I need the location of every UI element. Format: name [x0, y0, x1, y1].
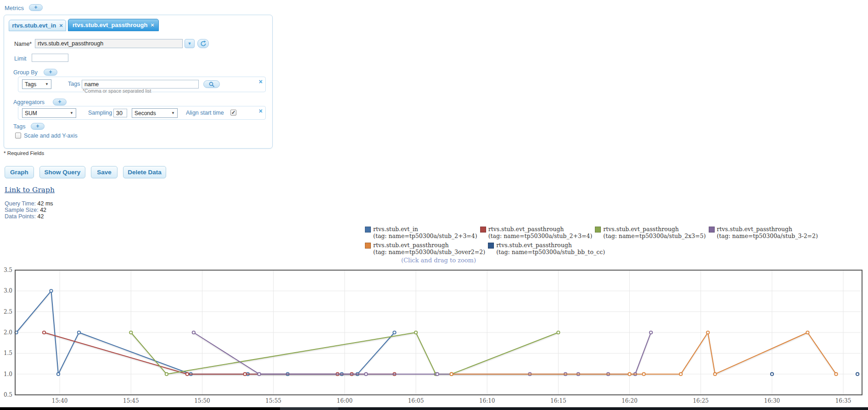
chevron-down-icon: ▼ [171, 111, 175, 115]
legend-label: rtvs.stub.evt_passthrough(tag: name=tp50… [488, 226, 593, 239]
x-axis-tick-label: 16:20 [622, 398, 638, 404]
x-axis-tick-label: 15:50 [194, 398, 210, 404]
x-axis-tick-label: 15:40 [52, 398, 68, 404]
chart-legend: rtvs.stub.evt_in(tag: name=tp50300a/stub… [365, 226, 868, 255]
tab-evt-passthrough[interactable]: rtvs.stub.evt_passthrough × [68, 19, 159, 31]
required-fields-note: * Required Fields [4, 150, 44, 156]
chevron-down-icon: ▼ [45, 82, 49, 86]
legend-entry: rtvs.stub.evt_passthrough(tag: name=tp50… [488, 242, 605, 255]
limit-input[interactable] [32, 54, 68, 62]
add-group-by-button[interactable]: + [44, 69, 57, 76]
x-axis-tick-label: 16:05 [408, 398, 424, 404]
sampling-value-input[interactable] [113, 109, 127, 117]
align-start-time-label: Align start time [186, 110, 224, 116]
scale-y-axis-label: Scale and add Y-axis [24, 133, 78, 139]
data-point [192, 331, 195, 334]
close-icon[interactable]: × [151, 23, 154, 28]
graph-button[interactable]: Graph [5, 166, 34, 178]
data-point [450, 373, 453, 376]
group-by-type-select[interactable]: Tags ▼ [22, 79, 51, 89]
legend-label: rtvs.stub.evt_passthrough(tag: name=tp50… [717, 226, 818, 239]
x-axis-tick-label: 16:25 [693, 398, 709, 404]
refresh-button[interactable] [197, 39, 209, 48]
tab-evt-in[interactable]: rtvs.stub.evt_in × [9, 20, 66, 31]
data-point [129, 331, 132, 334]
add-aggregator-button[interactable]: + [53, 99, 67, 105]
timeseries-chart[interactable]: 0.51.01.52.02.53.03.515:4015:4515:5015:5… [0, 266, 868, 410]
plus-icon: + [34, 4, 37, 11]
aggregator-select[interactable]: SUM ▼ [22, 108, 76, 118]
data-point [57, 373, 60, 376]
x-axis-tick-label: 15:55 [265, 398, 281, 404]
legend-entry: rtvs.stub.evt_passthrough(tag: name=tp50… [480, 226, 593, 239]
stat-value: 42 [40, 207, 46, 213]
x-axis-tick-label: 16:35 [835, 398, 851, 404]
data-point [628, 373, 631, 376]
x-axis-tick-label: 15:45 [123, 398, 139, 404]
x-axis-tick-label: 16:15 [550, 398, 566, 404]
group-by-tags-input[interactable] [82, 80, 199, 89]
select-value: SUM [25, 110, 37, 116]
scale-y-axis-checkbox[interactable] [15, 133, 21, 139]
tags-section-label: Tags [13, 123, 25, 130]
select-value: Seconds [134, 110, 156, 116]
show-query-button[interactable]: Show Query [39, 166, 85, 178]
data-point [714, 373, 717, 376]
x-axis-tick-label: 16:10 [479, 398, 495, 404]
legend-swatch-icon [709, 227, 715, 233]
save-button[interactable]: Save [91, 166, 118, 178]
legend-entry: rtvs.stub.evt_in(tag: name=tp50300a/stub… [365, 226, 477, 239]
close-icon[interactable]: × [59, 23, 63, 28]
legend-swatch-icon [488, 243, 494, 249]
tag-search-button[interactable] [203, 80, 220, 88]
data-point [186, 373, 189, 376]
legend-swatch-icon [365, 243, 371, 249]
sampling-label: Sampling [88, 110, 112, 116]
aggregator-row: SUM ▼ Sampling Seconds ▼ Align start tim… [18, 106, 266, 120]
data-point [679, 373, 682, 376]
legend-label: rtvs.stub.evt_passthrough(tag: name=tp50… [496, 242, 605, 255]
legend-label: rtvs.stub.evt_passthrough(tag: name=tp50… [603, 226, 706, 239]
stat-label: Data Points: [5, 213, 36, 220]
align-start-time-checkbox[interactable]: ✓ [230, 110, 236, 116]
close-icon[interactable]: × [259, 79, 263, 84]
legend-entry: rtvs.stub.evt_passthrough(tag: name=tp50… [365, 242, 485, 255]
metric-name-input[interactable] [35, 39, 183, 48]
aggregators-label: Aggregators [13, 99, 45, 105]
data-point [706, 331, 709, 334]
legend-entry: rtvs.stub.evt_passthrough(tag: name=tp50… [709, 226, 818, 239]
y-axis-tick-label: 1.0 [4, 371, 12, 377]
y-axis-tick-label: 2.0 [4, 329, 12, 336]
bottom-scrollbar[interactable] [0, 407, 868, 410]
sample-size-stat: Sample Size: 42 [5, 207, 46, 213]
delete-data-button[interactable]: Delete Data [123, 166, 166, 178]
legend-swatch-icon [480, 227, 486, 233]
add-tag-button[interactable]: + [31, 123, 45, 130]
chart-area[interactable]: 0.51.01.52.02.53.03.515:4015:4515:5015:5… [0, 266, 868, 410]
y-axis-tick-label: 2.5 [4, 309, 12, 315]
close-icon[interactable]: × [259, 108, 263, 114]
link-to-graph[interactable]: Link to Graph [5, 186, 55, 194]
name-dropdown-button[interactable]: ▼ [185, 39, 195, 48]
refresh-icon [200, 40, 207, 47]
chevron-down-icon: ▼ [70, 111, 73, 115]
bottom-scrollbar-segment [0, 407, 280, 410]
plus-icon: + [36, 123, 39, 129]
data-point [806, 331, 809, 334]
select-value: Tags [25, 81, 36, 88]
sampling-unit-select[interactable]: Seconds ▼ [132, 108, 178, 118]
data-point [436, 373, 438, 376]
data-point [642, 373, 645, 376]
limit-label: Limit [14, 55, 26, 62]
y-axis-tick-label: 3.5 [4, 267, 12, 273]
tags-hint: *Comma or space separated list [83, 88, 151, 94]
plus-icon: + [58, 99, 61, 105]
tab-label: rtvs.stub.evt_in [12, 22, 56, 29]
add-metric-button[interactable]: + [29, 4, 43, 11]
data-point [364, 373, 367, 376]
x-axis-tick-label: 16:30 [764, 398, 780, 404]
y-axis-tick-label: 0.5 [4, 392, 12, 398]
bottom-scrollbar-thumb[interactable] [280, 407, 338, 410]
data-point [771, 373, 773, 376]
x-axis-tick-label: 16:00 [337, 398, 353, 404]
